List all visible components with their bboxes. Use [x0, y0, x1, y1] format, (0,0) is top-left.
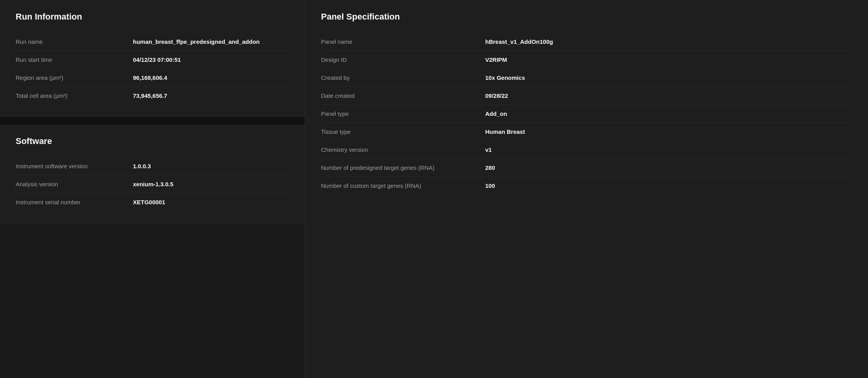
table-row: Chemistry versionv1: [321, 141, 852, 159]
row-label: Instrument serial number: [16, 199, 133, 205]
row-value: xenium-1.3.0.5: [133, 181, 173, 187]
table-row: Date created09/28/22: [321, 87, 852, 105]
row-value: Add_on: [485, 110, 507, 117]
table-row: Panel typeAdd_on: [321, 105, 852, 123]
table-row: Analysis versionxenium-1.3.0.5: [16, 175, 289, 193]
row-label: Chemistry version: [321, 146, 485, 153]
panel-spec-section: Panel Specification Panel namehBreast_v1…: [305, 0, 868, 378]
row-value: 73,945,656.7: [133, 92, 167, 99]
table-row: Total cell area (μm²)73,945,656.7: [16, 87, 289, 104]
row-label: Date created: [321, 92, 485, 99]
table-row: Panel namehBreast_v1_AddOn100g: [321, 33, 852, 51]
row-label: Instrument software version: [16, 163, 133, 169]
table-row: Instrument serial numberXETG00001: [16, 193, 289, 211]
row-value: V2RIPM: [485, 56, 507, 63]
table-row: Number of predesigned target genes (RNA)…: [321, 159, 852, 177]
table-row: Created by10x Genomics: [321, 69, 852, 87]
panel-spec-title: Panel Specification: [321, 12, 852, 22]
row-value: hBreast_v1_AddOn100g: [485, 38, 553, 45]
row-label: Number of predesigned target genes (RNA): [321, 164, 485, 171]
left-panel: Run Information Run namehuman_breast_ffp…: [0, 0, 305, 378]
table-row: Design IDV2RIPM: [321, 51, 852, 69]
row-value: human_breast_ffpe_predesigned_and_addon: [133, 38, 260, 45]
software-title: Software: [16, 136, 289, 146]
row-label: Analysis version: [16, 181, 133, 187]
row-label: Total cell area (μm²): [16, 92, 133, 99]
panel-spec-rows: Panel namehBreast_v1_AddOn100gDesign IDV…: [321, 33, 852, 194]
row-label: Tissue type: [321, 128, 485, 135]
row-label: Panel name: [321, 38, 485, 45]
run-info-section: Run Information Run namehuman_breast_ffp…: [0, 0, 305, 117]
row-value: 100: [485, 182, 495, 189]
row-label: Run start time: [16, 56, 133, 63]
run-info-title: Run Information: [16, 12, 289, 22]
section-divider: [0, 117, 305, 124]
run-info-rows: Run namehuman_breast_ffpe_predesigned_an…: [16, 33, 289, 104]
table-row: Run namehuman_breast_ffpe_predesigned_an…: [16, 33, 289, 51]
row-label: Run name: [16, 38, 133, 45]
row-value: XETG00001: [133, 199, 165, 205]
table-row: Run start time04/12/23 07:00:51: [16, 51, 289, 69]
row-label: Number of custom target genes (RNA): [321, 182, 485, 189]
table-row: Region area (μm²)96,168,606.4: [16, 69, 289, 87]
software-section: Software Instrument software version1.0.…: [0, 124, 305, 223]
row-value: 10x Genomics: [485, 74, 525, 81]
row-value: 96,168,606.4: [133, 74, 167, 81]
row-label: Design ID: [321, 56, 485, 63]
row-value: v1: [485, 146, 492, 153]
row-value: Human Breast: [485, 128, 525, 135]
row-value: 09/28/22: [485, 92, 508, 99]
row-label: Region area (μm²): [16, 74, 133, 81]
software-rows: Instrument software version1.0.0.3Analys…: [16, 157, 289, 211]
table-row: Number of custom target genes (RNA)100: [321, 177, 852, 194]
row-value: 1.0.0.3: [133, 163, 151, 169]
row-value: 280: [485, 164, 495, 171]
row-label: Created by: [321, 74, 485, 81]
table-row: Instrument software version1.0.0.3: [16, 157, 289, 175]
row-value: 04/12/23 07:00:51: [133, 56, 181, 63]
row-label: Panel type: [321, 110, 485, 117]
table-row: Tissue typeHuman Breast: [321, 123, 852, 141]
